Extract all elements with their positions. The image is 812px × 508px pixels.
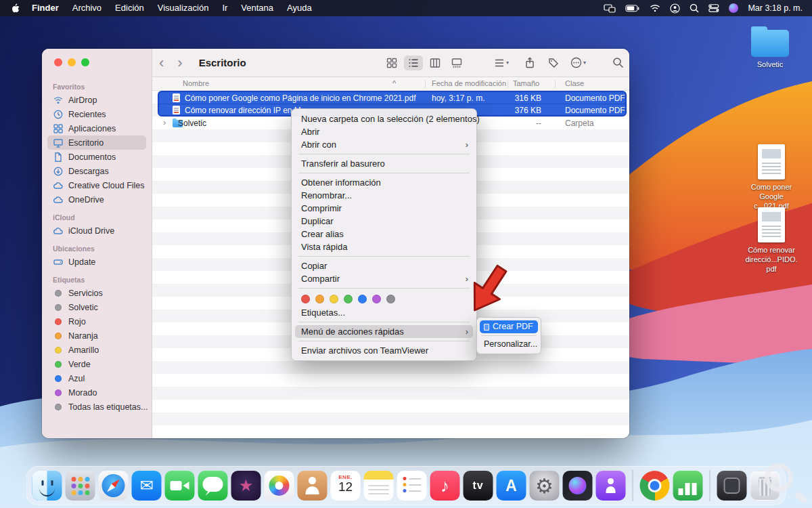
sidebar-tag-morado[interactable]: Morado (47, 385, 146, 400)
menu-item-tags[interactable]: Etiquetas... (292, 306, 476, 319)
menu-item-duplicate[interactable]: Duplicar (292, 215, 476, 228)
dock-siri-icon[interactable] (563, 471, 593, 501)
sidebar-item-recientes[interactable]: Recientes (47, 107, 146, 121)
sidebar-tag-verde[interactable]: Verde (47, 357, 146, 371)
menu-item-quick-look[interactable]: Vista rápida (292, 240, 476, 253)
control-center-icon[interactable] (708, 4, 719, 12)
menu-ventana[interactable]: Ventana (234, 0, 280, 16)
more-actions-button[interactable]: ▾ (570, 57, 586, 68)
sidebar-tag-naranja[interactable]: Naranja (47, 329, 146, 343)
list-view-button[interactable] (404, 56, 423, 70)
dock-appstore-icon[interactable] (497, 471, 526, 501)
dock-finder-icon[interactable] (32, 471, 62, 501)
battery-icon[interactable] (625, 5, 640, 12)
tag-yellow-icon[interactable] (330, 295, 338, 303)
menu-item-quick-actions[interactable]: Menú de acciones rápidas› (295, 325, 473, 338)
dock-mail-icon[interactable] (132, 471, 162, 501)
menu-item-get-info[interactable]: Obtener información (292, 176, 476, 189)
menu-visualizacion[interactable]: Visualización (151, 0, 216, 16)
wifi-icon[interactable] (650, 4, 660, 12)
spotlight-icon[interactable] (690, 3, 699, 13)
user-icon[interactable] (670, 3, 680, 14)
menu-item-open[interactable]: Abrir (292, 125, 476, 138)
dock-messages-icon[interactable] (198, 471, 228, 501)
column-divider[interactable] (555, 80, 556, 88)
desktop-pdf-como-renovar[interactable]: Cómo renovar direcció...PIDO.pdf (744, 207, 798, 274)
sidebar-tag-rojo[interactable]: Rojo (47, 314, 146, 329)
share-button[interactable] (524, 57, 535, 68)
sidebar-tag-amarillo[interactable]: Amarillo (47, 343, 146, 357)
sidebar-tag-azul[interactable]: Azul (47, 371, 146, 385)
menu-item-share[interactable]: Compartir› (292, 272, 476, 285)
desktop-pdf-como-poner[interactable]: Como poner Google c...021.pdf (744, 144, 798, 211)
sidebar-item-airdrop[interactable]: AirDrop (47, 93, 146, 107)
dock-podcasts-icon[interactable] (596, 471, 626, 501)
menu-ayuda[interactable]: Ayuda (280, 0, 319, 16)
dock-system-preferences-icon[interactable] (530, 471, 560, 501)
menu-bar-clock[interactable]: Mar 3:18 p. m. (748, 3, 803, 13)
menu-item-compress[interactable]: Comprimir (292, 202, 476, 215)
column-header-fecha[interactable]: Fecha de modificación (432, 79, 506, 87)
column-header-clase[interactable]: Clase (565, 79, 584, 87)
dock-photos-icon[interactable] (265, 471, 294, 501)
sidebar-item-aplicaciones[interactable]: Aplicaciones (47, 121, 146, 135)
column-divider[interactable] (425, 80, 426, 88)
menu-item-new-folder-with-selection[interactable]: Nueva carpeta con la selección (2 elemen… (292, 112, 476, 125)
sidebar-item-escritorio[interactable]: Escritorio (47, 135, 146, 150)
file-row-selected[interactable]: Cómo poner Google como Página de inicio … (159, 92, 625, 104)
menu-item-make-alias[interactable]: Crear alias (292, 228, 476, 240)
search-button[interactable] (612, 57, 624, 68)
dock-facetime-icon[interactable] (165, 471, 195, 501)
sidebar-tag-solvetic[interactable]: Solvetic (47, 300, 146, 314)
dock-contacts-icon[interactable] (298, 471, 328, 501)
dock-calendar-icon[interactable]: ENE. 12 (331, 471, 361, 501)
dock-reminders-icon[interactable] (397, 471, 427, 501)
dock-launchpad-icon[interactable] (66, 471, 95, 501)
menu-archivo[interactable]: Archivo (66, 0, 108, 16)
menu-item-move-to-trash[interactable]: Transferir al basurero (292, 157, 476, 170)
dock-chrome-icon[interactable] (640, 471, 670, 501)
dock-safari-icon[interactable] (99, 471, 129, 501)
dock-appletv-icon[interactable] (464, 471, 493, 501)
submenu-item-customize[interactable]: Personalizar... (480, 338, 538, 351)
column-header-tamano[interactable]: Tamaño (513, 79, 539, 87)
group-button[interactable]: ▾ (494, 58, 509, 68)
dock-notes-icon[interactable] (364, 471, 394, 501)
sidebar-item-documentos[interactable]: Documentos (47, 150, 146, 164)
tag-blue-icon[interactable] (358, 295, 367, 303)
tag-green-icon[interactable] (344, 295, 353, 303)
dock-numbers-icon[interactable] (673, 471, 703, 501)
forward-button[interactable]: › (171, 49, 189, 77)
apple-menu[interactable] (9, 3, 25, 14)
sidebar-tag-todas[interactable]: Todas las etiquetas... (47, 400, 146, 414)
gallery-view-button[interactable] (447, 56, 466, 70)
tag-red-icon[interactable] (301, 295, 310, 303)
disclosure-triangle-icon[interactable]: › (163, 117, 166, 127)
menu-item-copy[interactable]: Copiar (292, 259, 476, 272)
minimize-button[interactable] (68, 58, 76, 66)
dock-screenshot-icon[interactable] (717, 471, 747, 501)
tag-orange-icon[interactable] (315, 295, 324, 303)
tag-purple-icon[interactable] (372, 295, 381, 303)
sidebar-item-icloud-drive[interactable]: iCloud Drive (47, 224, 146, 238)
column-view-button[interactable] (426, 56, 445, 70)
dock-imovie-icon[interactable] (231, 471, 261, 501)
sidebar-item-descargas[interactable]: Descargas (47, 164, 146, 178)
icon-view-button[interactable] (382, 56, 401, 70)
menu-item-teamviewer[interactable]: Enviar archivos con TeamViewer (292, 344, 476, 357)
tags-button[interactable] (548, 58, 559, 68)
siri-icon[interactable] (729, 3, 738, 13)
dock-music-icon[interactable] (430, 471, 460, 501)
sidebar-item-onedrive[interactable]: OneDrive (47, 192, 146, 207)
sidebar-item-creative-cloud[interactable]: Creative Cloud Files (47, 178, 146, 192)
close-button[interactable] (54, 58, 62, 66)
column-divider[interactable] (508, 80, 508, 88)
menu-item-rename[interactable]: Renombrar... (292, 189, 476, 202)
zoom-button[interactable] (81, 58, 89, 66)
tag-gray-icon[interactable] (386, 295, 395, 303)
display-icon[interactable] (604, 4, 616, 13)
desktop-folder-solvetic[interactable]: Solvetic (743, 26, 797, 70)
menu-edicion[interactable]: Edición (108, 0, 151, 16)
sidebar-tag-servicios[interactable]: Servicios (47, 286, 146, 300)
menu-ir[interactable]: Ir (215, 0, 234, 16)
